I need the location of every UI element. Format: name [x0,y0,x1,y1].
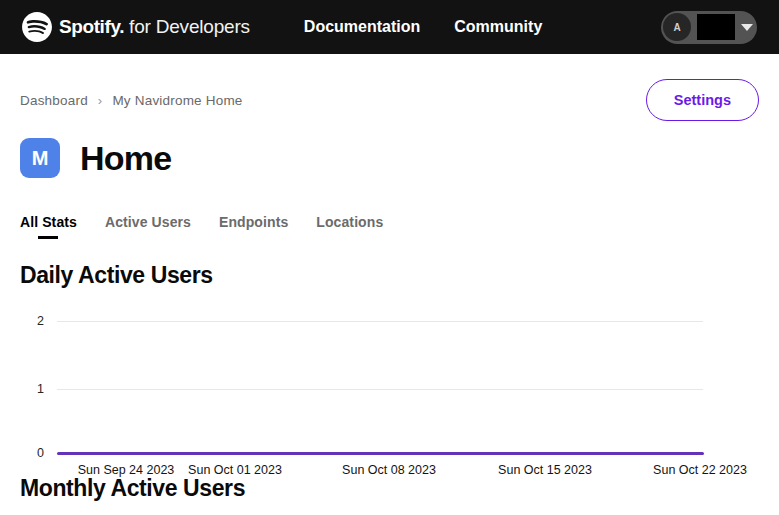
x-axis-tick: Sun Oct 15 2023 [498,463,592,477]
x-axis-tick: Sun Oct 01 2023 [188,463,282,477]
daily-active-users-title: Daily Active Users [20,262,759,289]
stats-tabs: All Stats Active Users Endpoints Locatio… [20,214,759,239]
x-axis-tick: Sun Oct 08 2023 [342,463,436,477]
breadcrumb: Dashboard › My Navidrome Home [20,93,243,108]
breadcrumb-current-page: My Navidrome Home [112,93,242,108]
breadcrumb-dashboard[interactable]: Dashboard [20,93,88,108]
user-name-redacted [697,14,735,40]
x-axis-tick: Sun Sep 24 2023 [78,463,175,477]
main-content: Dashboard › My Navidrome Home Settings M… [0,79,779,502]
spotify-for-developers-logo[interactable]: Spotify. for Developers [22,12,250,42]
brand-wordmark: Spotify. [59,16,124,38]
y-axis-tick: 0 [20,446,44,460]
page-title: Home [80,139,171,178]
app-header: M Home [20,138,759,178]
tab-active-users[interactable]: Active Users [105,214,191,239]
settings-button[interactable]: Settings [646,79,759,121]
user-menu[interactable]: A [661,11,757,44]
gridline [57,321,703,322]
breadcrumb-separator-icon: › [98,93,103,108]
app-avatar: M [20,138,60,178]
nav-community[interactable]: Community [454,18,542,36]
tab-all-stats[interactable]: All Stats [20,214,77,239]
user-avatar: A [663,13,691,41]
breadcrumb-row: Dashboard › My Navidrome Home Settings [20,79,759,121]
brand-suffix: for Developers [129,16,250,38]
spotify-logo-icon [22,12,52,42]
nav-documentation[interactable]: Documentation [304,18,420,36]
daily-active-users-line-series [57,452,704,455]
y-axis-tick: 1 [20,382,44,396]
gridline [57,389,703,390]
chevron-down-icon [741,24,753,31]
tab-locations[interactable]: Locations [316,214,383,239]
daily-active-users-chart: 2 1 0 Sun Sep 24 2023 Sun Oct 01 2023 Su… [20,307,759,467]
top-header: Spotify. for Developers Documentation Co… [0,0,779,54]
tab-endpoints[interactable]: Endpoints [219,214,288,239]
x-axis-tick: Sun Oct 22 2023 [653,463,747,477]
y-axis-tick: 2 [20,314,44,328]
header-nav: Documentation Community [304,18,542,36]
monthly-active-users-title: Monthly Active Users [20,475,759,502]
